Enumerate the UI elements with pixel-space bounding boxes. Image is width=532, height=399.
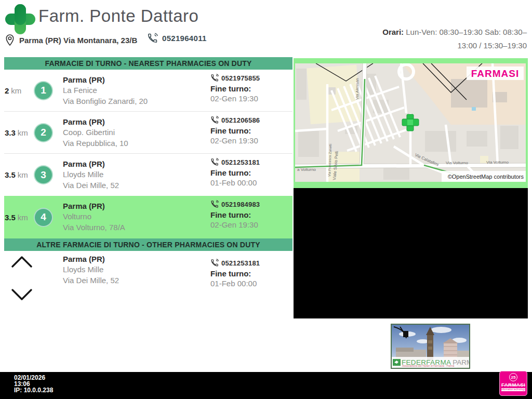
distance-unit: km: [18, 213, 28, 222]
rank-badge: 1: [34, 81, 53, 100]
federfarma-icon: [393, 359, 401, 366]
opening-hours: Orari: Lun-Ven: 08:30–19:30 Sab: 08:30– …: [350, 25, 527, 53]
other-pharmacy-row[interactable]: Parma (PR) Lloyds Mille Via Dei Mille, 5…: [4, 251, 292, 309]
farmasi-25-badge: 25: [509, 373, 517, 381]
rank-badge: 4: [34, 208, 53, 227]
fine-turno-label: Fine turno:: [210, 210, 292, 219]
fine-turno-value: 02-Gen 19:30: [210, 136, 292, 145]
pharmacy-name: Lloyds Mille: [63, 265, 210, 274]
address-row: Parma (PR) Via Montanara, 23/B: [5, 33, 137, 47]
distance-value: 3.5: [5, 213, 16, 222]
pharmacy-city: Parma (PR): [63, 75, 210, 84]
pharmacy-street: Via Volturno, 78/A: [63, 223, 210, 232]
rank-badge: 3: [34, 165, 53, 184]
map-label-via-volturno-a: Via Volturno: [486, 160, 509, 165]
farmasi-logo-name: FARMASI: [500, 382, 527, 388]
duty-pharmacies-panel: FARMACIE DI TURNO - NEAREST PHARMACIES O…: [4, 57, 292, 309]
distance-unit: km: [11, 86, 21, 95]
distance-value: 2: [5, 86, 9, 95]
federfarma-subtitle: Associazione dei Titolari di Farmacia - …: [402, 364, 454, 367]
pharmacy-row-3[interactable]: 3.5km 3 Parma (PR) Lloyds Mille Via Dei …: [4, 154, 292, 196]
opening-hours-label: Orari:: [382, 28, 404, 36]
map-container: Via Alessan Viale Silvio Pelli Via Franc…: [294, 58, 528, 188]
chevron-down-icon: [10, 288, 33, 301]
opening-hours-line2: 13:00 / 15:30–19:30: [458, 41, 527, 50]
distance-unit: km: [18, 128, 28, 137]
fine-turno-value: 02-Gen 19:30: [210, 220, 292, 229]
pharmacy-street: Via Bonfiglio Zanardi, 20: [63, 97, 210, 106]
pharmacy-street: Via Dei Mille, 52: [63, 181, 210, 190]
header-phone: 0521964011: [147, 32, 207, 44]
distance-value: 3.5: [5, 170, 16, 179]
distance-unit: km: [18, 170, 28, 179]
fine-turno-value: 01-Feb 00:00: [210, 178, 292, 187]
pharmacy-row-1[interactable]: 2km 1 Parma (PR) La Fenice Via Bonfiglio…: [4, 70, 292, 112]
fine-turno-label: Fine turno:: [210, 168, 292, 177]
pharmacy-kiosk-screen: Farm. Ponte Dattaro Parma (PR) Via Monta…: [0, 0, 532, 399]
pharmacy-city: Parma (PR): [63, 117, 210, 126]
pharmacy-street: Via Repubblica, 10: [63, 139, 210, 148]
map-attribution: ©OpenStreetMap contributors: [448, 174, 524, 180]
pharmacy-phone-number: 0521984983: [221, 201, 260, 208]
pharmacy-address: Parma (PR) Via Montanara, 23/B: [19, 36, 137, 45]
pharmacy-phone-number: 0521206586: [221, 116, 260, 124]
pharmacy-cross-logo: [5, 3, 36, 35]
chevron-up-icon: [10, 255, 33, 269]
pharmacy-name: Lloyds Mille: [63, 170, 210, 179]
map-label-via-alessandria: Via Alessan: [355, 78, 360, 100]
map-brand-logo: FARMASI: [471, 68, 520, 79]
opening-hours-line1: Lun-Ven: 08:30–19:30 Sab: 08:30–: [406, 28, 527, 36]
map-label-via-volturno-b: Via Volturno: [446, 161, 469, 165]
location-pin-icon: [5, 34, 15, 46]
pharmacy-phone-number: 0521253181: [221, 158, 260, 166]
other-pharmacies-header: ALTRE FARMACIE DI TURNO - OTHER PHARMACI…: [4, 238, 292, 251]
pharmacy-name: Volturno: [63, 212, 210, 221]
phone-icon: [210, 200, 219, 208]
pharmacy-phone-number: 0521964011: [162, 34, 207, 43]
pharmacy-name: La Fenice: [63, 86, 210, 95]
pharmacy-row-2[interactable]: 3.3km 2 Parma (PR) Coop. Gibertini Via R…: [4, 112, 292, 154]
pharmacy-street: Via Dei Mille, 52: [63, 276, 210, 285]
phone-icon: [147, 32, 158, 44]
pharmacy-name: Coop. Gibertini: [63, 128, 210, 137]
farmasi-logo: 25 FARMASI information technology: [499, 371, 527, 396]
nearest-pharmacies-header: FARMACIE DI TURNO - NEAREST PHARMACIES O…: [4, 57, 292, 70]
federfarma-title-parma: PARMA: [453, 358, 470, 366]
pharmacy-phone-number: 0521253181: [221, 259, 260, 267]
footer-bar: 02/01/2026 13:06 IP: 10.0.0.238 25 FARMA…: [0, 372, 532, 399]
fine-turno-label: Fine turno:: [210, 269, 292, 278]
pharmacy-phone-number: 0521975855: [221, 74, 260, 82]
phone-icon: [210, 157, 219, 166]
farmasi-logo-tagline: information technology: [501, 388, 525, 391]
fine-turno-value: 02-Gen 19:30: [210, 94, 292, 103]
pharmacy-city: Parma (PR): [63, 202, 210, 210]
federfarma-banner: FEDERFARMA PARMA Associazione dei Titola…: [391, 324, 470, 369]
pharmacy-city: Parma (PR): [63, 159, 210, 168]
pharmacy-row-4-selected[interactable]: 3.5km 4 Parma (PR) Volturno Via Volturno…: [4, 196, 292, 238]
pharmacy-city: Parma (PR): [63, 255, 210, 263]
media-panel: [294, 188, 528, 318]
map-label-a-volturno: a Volturno: [297, 167, 316, 172]
fine-turno-label: Fine turno:: [210, 126, 292, 135]
phone-icon: [210, 115, 219, 124]
scroll-down-button[interactable]: [10, 288, 33, 301]
page-title: Farm. Ponte Dattaro: [38, 6, 198, 26]
phone-icon: [210, 73, 219, 82]
phone-icon: [210, 258, 219, 267]
fine-turno-value: 01-Feb 00:00: [210, 279, 292, 288]
scroll-up-button[interactable]: [10, 255, 33, 269]
footer-ip: IP: 10.0.0.238: [14, 387, 53, 393]
distance-value: 3.3: [5, 128, 16, 137]
fine-turno-label: Fine turno:: [210, 84, 292, 93]
street-map: Via Alessan Viale Silvio Pelli Via Franc…: [295, 63, 526, 182]
rank-badge: 2: [34, 123, 53, 142]
